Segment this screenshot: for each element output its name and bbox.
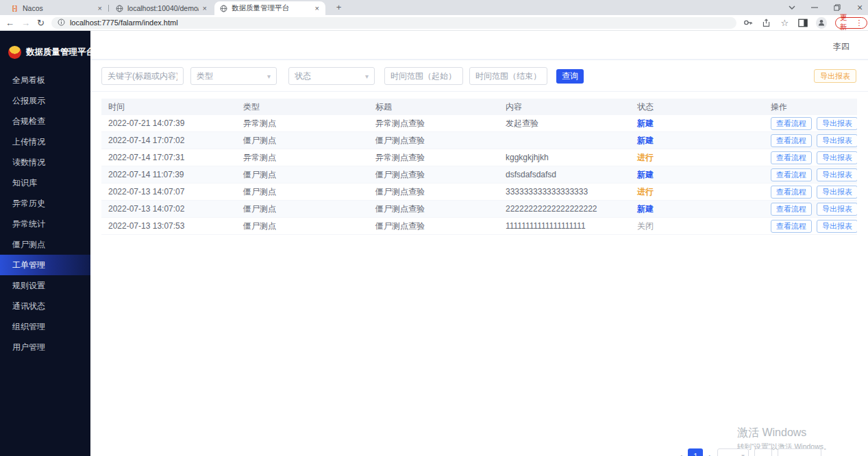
next-page-icon[interactable]: › — [708, 451, 711, 456]
view-process-button[interactable]: 查看流程 — [771, 186, 812, 199]
cell-title: 异常测点查验 — [369, 118, 499, 129]
reload-icon[interactable]: ↻ — [37, 16, 45, 29]
tab-search-chevron-icon[interactable] — [788, 3, 796, 12]
view-process-button[interactable]: 查看流程 — [771, 151, 812, 164]
table-row: 2022-07-13 13:07:53僵尸测点僵尸测点查验11111111111… — [101, 218, 857, 235]
status-badge: 进行 — [630, 186, 764, 198]
export-report-row-button[interactable]: 导出报表 — [817, 117, 857, 130]
sidebar-menu: 全局看板公报展示合规检查上传情况读数情况知识库异常历史异常统计僵尸测点工单管理规… — [0, 70, 90, 357]
nacos-icon: [-] — [10, 4, 18, 12]
cell-content: 333333333333333333 — [499, 187, 630, 197]
sidebar-item-9[interactable]: 工单管理 — [0, 255, 90, 275]
sidebar-item-10[interactable]: 规则设置 — [0, 275, 90, 296]
url-text: localhost:7775/falarm/index.html — [70, 18, 178, 27]
browser-tab-localhost[interactable]: localhost:10040/demo/psjdbc × — [110, 1, 213, 15]
cell-title: 僵尸测点查验 — [369, 220, 499, 232]
forward-icon[interactable]: → — [21, 16, 30, 29]
cell-actions: 查看流程导出报表 — [764, 117, 857, 130]
page-info-icon[interactable] — [58, 18, 65, 27]
page-size-select[interactable]: ▾ — [717, 448, 749, 456]
tab-close-icon[interactable]: × — [314, 4, 321, 13]
prev-page-icon[interactable]: ‹ — [680, 451, 682, 456]
status-badge: 新建 — [630, 135, 764, 147]
close-window-button[interactable]: × — [856, 3, 864, 12]
sidebar-item-5[interactable]: 知识库 — [0, 173, 90, 193]
tab-title: 数据质量管理平台 — [232, 3, 311, 13]
sidebar-item-2[interactable]: 合规检查 — [0, 111, 90, 131]
view-process-button[interactable]: 查看流程 — [771, 134, 812, 147]
end-date-input[interactable] — [469, 67, 547, 85]
address-input[interactable]: localhost:7775/falarm/index.html — [51, 17, 736, 29]
share-icon[interactable] — [761, 17, 771, 28]
cell-time: 2022-07-13 14:07:02 — [101, 204, 236, 214]
sidebar-item-8[interactable]: 僵尸测点 — [0, 234, 90, 255]
cell-actions: 查看流程导出报表 — [764, 203, 857, 216]
screen: { "browser": { "tabs": [ { "title": "Nac… — [0, 0, 868, 456]
export-report-row-button[interactable]: 导出报表 — [817, 151, 857, 164]
export-report-row-button[interactable]: 导出报表 — [817, 220, 857, 233]
view-process-button[interactable]: 查看流程 — [771, 203, 812, 216]
page-number-active[interactable]: 1 — [688, 448, 703, 456]
bookmark-star-icon[interactable]: ☆ — [780, 17, 790, 28]
cell-time: 2022-07-13 13:07:53 — [101, 221, 236, 231]
pager-info-box — [778, 448, 821, 456]
export-report-row-button[interactable]: 导出报表 — [817, 168, 857, 181]
globe-icon — [115, 4, 123, 12]
status-select[interactable]: 状态 ▾ — [288, 67, 375, 85]
sidebar-item-1[interactable]: 公报展示 — [0, 90, 90, 111]
tab-title: Nacos — [23, 4, 94, 12]
export-report-row-button[interactable]: 导出报表 — [817, 186, 857, 199]
export-report-row-button[interactable]: 导出报表 — [817, 134, 857, 147]
export-report-row-button[interactable]: 导出报表 — [817, 203, 857, 216]
tab-close-icon[interactable]: × — [97, 4, 103, 13]
sidebar-item-0[interactable]: 全局看板 — [0, 70, 90, 90]
header-status: 状态 — [630, 101, 764, 113]
side-panel-icon[interactable] — [798, 17, 808, 28]
export-report-button[interactable]: 导出报表 — [814, 69, 856, 83]
brand-logo-icon — [8, 46, 21, 59]
restore-button[interactable] — [833, 3, 841, 12]
search-button[interactable]: 查询 — [556, 69, 584, 84]
brand-name: 数据质量管理平台 — [26, 47, 95, 58]
cell-title: 僵尸测点查验 — [369, 135, 499, 147]
password-key-icon[interactable] — [743, 17, 754, 28]
table-header-row: 时间 类型 标题 内容 状态 操作 — [101, 99, 857, 115]
cell-type: 僵尸测点 — [236, 135, 369, 147]
sidebar-item-6[interactable]: 异常历史 — [0, 193, 90, 214]
cell-actions: 查看流程导出报表 — [764, 220, 857, 233]
chrome-update-button[interactable]: 更新 ⋮ — [835, 17, 868, 29]
keyword-input[interactable] — [101, 67, 184, 85]
chevron-down-icon: ▾ — [365, 73, 369, 80]
kebab-menu-icon[interactable]: ⋮ — [855, 18, 863, 27]
cell-time: 2022-07-21 14:07:39 — [101, 118, 236, 128]
sidebar-item-3[interactable]: 上传情况 — [0, 131, 90, 152]
minimize-button[interactable] — [810, 3, 819, 12]
window-controls: × — [788, 0, 864, 15]
goto-page-input[interactable] — [754, 448, 772, 456]
sidebar-item-13[interactable]: 用户管理 — [0, 337, 90, 357]
current-user[interactable]: 李四 — [833, 41, 850, 53]
sidebar-item-4[interactable]: 读数情况 — [0, 152, 90, 173]
cell-time: 2022-07-14 17:07:02 — [101, 136, 236, 145]
start-date-input[interactable] — [384, 67, 463, 85]
profile-avatar-icon[interactable] — [816, 17, 826, 29]
back-icon[interactable]: ← — [5, 16, 14, 29]
app-header: 李四 — [90, 31, 868, 60]
type-select[interactable]: 类型 ▾ — [190, 67, 277, 85]
sidebar-item-7[interactable]: 异常统计 — [0, 214, 90, 234]
sidebar-item-11[interactable]: 通讯状态 — [0, 296, 90, 316]
sidebar-item-12[interactable]: 组织管理 — [0, 316, 90, 337]
work-order-table: 时间 类型 标题 内容 状态 操作 2022-07-21 14:07:39异常测… — [101, 99, 857, 235]
tab-title: localhost:10040/demo/psjdbc — [127, 4, 199, 12]
browser-tab-platform[interactable]: 数据质量管理平台 × — [214, 1, 325, 15]
new-tab-button[interactable]: + — [333, 2, 345, 14]
pagination: ‹ 1 › ▾ — [680, 448, 821, 456]
view-process-button[interactable]: 查看流程 — [771, 220, 812, 233]
cell-type: 僵尸测点 — [236, 186, 369, 198]
table-row: 2022-07-14 17:07:02僵尸测点僵尸测点查验新建查看流程导出报表 — [101, 132, 857, 149]
tab-close-icon[interactable]: × — [201, 4, 208, 13]
browser-tab-nacos[interactable]: [-] Nacos × — [5, 1, 108, 15]
view-process-button[interactable]: 查看流程 — [771, 168, 812, 181]
cell-content: kggkgkjhjkh — [499, 153, 630, 162]
view-process-button[interactable]: 查看流程 — [771, 117, 812, 130]
